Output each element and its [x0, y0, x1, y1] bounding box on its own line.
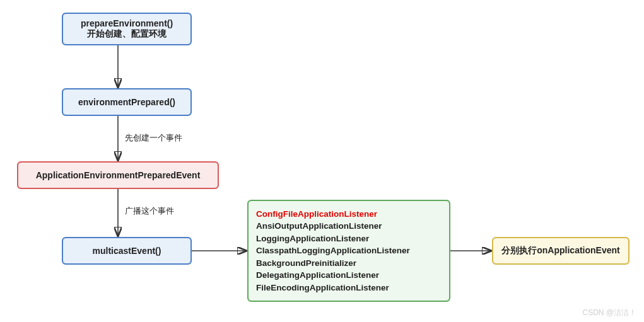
node-listeners-group: ConfigFileApplicationListener AnsiOutput… [247, 200, 450, 302]
listener-item: ConfigFileApplicationListener [256, 208, 442, 221]
listener-item: LoggingApplicationListener [256, 233, 442, 245]
node-text-line1: 分别执行onApplicationEvent [501, 245, 619, 256]
node-text-line1: environmentPrepared() [78, 97, 175, 107]
node-text-line1: ApplicationEnvironmentPreparedEvent [36, 170, 201, 180]
edge-label-create-event: 先创建一个事件 [125, 132, 182, 144]
watermark-text: CSDN @洁洁！ [582, 308, 636, 318]
listener-item: DelegatingApplicationListener [256, 269, 442, 282]
listener-item: AnsiOutputApplicationListener [256, 220, 442, 233]
node-on-application-event: 分别执行onApplicationEvent [492, 237, 629, 265]
listeners-list: ConfigFileApplicationListener AnsiOutput… [256, 208, 442, 294]
node-text-line2: 开始创建、配置环境 [87, 28, 167, 40]
listener-item: ClasspathLoggingApplicationListener [256, 244, 442, 257]
node-text-line1: multicastEvent() [93, 246, 161, 256]
edge-label-broadcast-event: 广播这个事件 [125, 205, 174, 217]
node-environment-prepared: environmentPrepared() [62, 88, 192, 116]
node-prepare-environment: prepareEnvironment() 开始创建、配置环境 [62, 13, 192, 45]
node-application-environment-prepared-event: ApplicationEnvironmentPreparedEvent [17, 161, 219, 189]
listener-item: BackgroundPreinitializer [256, 257, 442, 270]
node-multicast-event: multicastEvent() [62, 237, 192, 265]
node-text-line1: prepareEnvironment() [81, 18, 173, 28]
listener-item: FileEncodingApplicationListener [256, 282, 442, 294]
